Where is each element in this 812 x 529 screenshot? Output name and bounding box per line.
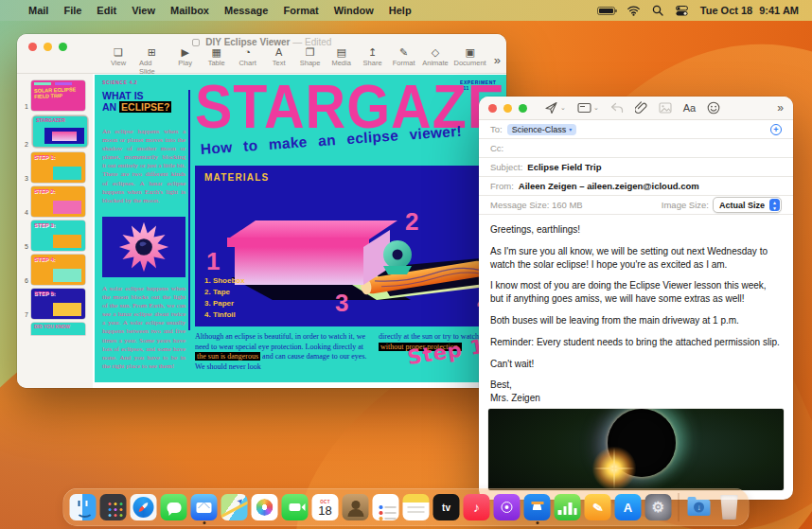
play-button[interactable]: ▶Play: [175, 46, 196, 67]
dock-app-store[interactable]: A: [615, 494, 642, 520]
thumb-illustration: [53, 303, 81, 316]
menu-view[interactable]: View: [132, 5, 155, 16]
dock-launchpad[interactable]: [100, 494, 127, 520]
menu-format[interactable]: Format: [283, 5, 318, 16]
launchpad-icon: [109, 503, 112, 505]
materials-box: MATERIALS: [195, 166, 506, 326]
document-icon: [192, 39, 200, 46]
emoji-button[interactable]: [707, 101, 720, 115]
add-recipient-button[interactable]: +: [770, 124, 782, 135]
sun-illustration: [102, 217, 185, 277]
animate-button[interactable]: ◇Animate: [425, 46, 447, 67]
share-button[interactable]: ↥Share: [362, 46, 383, 67]
photos-icon: [256, 499, 274, 516]
header-fields-button[interactable]: ⌄: [577, 102, 599, 114]
format-button[interactable]: Aa: [683, 102, 696, 114]
table-button[interactable]: ▦Table: [206, 46, 227, 67]
subject-field[interactable]: Subject: Eclipse Field Trip: [479, 158, 793, 177]
text-icon: A: [275, 46, 282, 58]
format-button[interactable]: ✎Format: [394, 46, 415, 67]
cc-field[interactable]: Cc:: [479, 139, 793, 158]
insert-photo-button[interactable]: [659, 102, 672, 114]
to-field[interactable]: To: Science-Class▾ +: [479, 120, 793, 139]
menu-clock[interactable]: Tue Oct 18 9:41 AM: [700, 5, 799, 16]
dock-trash[interactable]: [719, 495, 740, 520]
reminders-icon: [380, 505, 383, 509]
reply-button[interactable]: [610, 102, 624, 114]
dock-contacts[interactable]: [343, 494, 369, 520]
eclipse-photo-attachment[interactable]: [488, 409, 784, 490]
menu-message[interactable]: Message: [224, 5, 268, 16]
menu-help[interactable]: Help: [389, 5, 412, 16]
slide-stargazer[interactable]: SCIENCE 4.2 EXPERIMENT #11 WHAT IS AN EC…: [95, 75, 506, 382]
dock-podcasts[interactable]: [494, 494, 521, 520]
slide-thumbnail-8[interactable]: DID YOU KNOW: [31, 323, 85, 335]
app-store-icon: A: [624, 501, 632, 515]
menu-window[interactable]: Window: [334, 5, 374, 16]
battery-icon[interactable]: [597, 7, 615, 15]
thumb-illustration: [53, 235, 81, 248]
shape-button[interactable]: ❐Shape: [300, 46, 321, 67]
messages-icon: [167, 503, 181, 513]
image-size-select[interactable]: Actual Size ▲▼: [713, 197, 782, 213]
chevron-down-icon: ⌄: [560, 104, 566, 112]
dock-finder[interactable]: [70, 494, 97, 520]
slide-thumbnail-7[interactable]: STEP 5:: [31, 289, 85, 319]
document-sidebar-icon: ▣: [465, 46, 474, 58]
dock-music[interactable]: ♪: [464, 494, 490, 520]
text-button[interactable]: AText: [269, 46, 290, 67]
message-body[interactable]: Greetings, earthlings! As I'm sure you a…: [479, 215, 793, 409]
dock-downloads[interactable]: [686, 494, 713, 520]
slide-thumbnail-4[interactable]: STEP 2:: [31, 186, 85, 217]
slide-thumbnail-6[interactable]: STEP 4:: [31, 255, 85, 285]
toolbar-overflow-button[interactable]: »: [777, 101, 784, 115]
view-button[interactable]: ❏View: [108, 46, 129, 67]
media-button[interactable]: ▤Media: [331, 46, 352, 67]
heading-highlight: ECLIPSE?: [119, 101, 171, 113]
dock-mail[interactable]: [191, 494, 218, 520]
body-paragraph: Reminder: Every student needs to bring t…: [490, 336, 782, 349]
control-center-icon[interactable]: [676, 6, 688, 16]
play-icon: ▶: [181, 46, 188, 58]
menu-mailbox[interactable]: Mailbox: [170, 5, 209, 16]
keynote-toolbar: ❏View ⊞Add Slide ▶Play ▦Table ◔Chart ATe…: [108, 46, 501, 71]
minimize-button[interactable]: [503, 104, 512, 113]
animate-icon: ◇: [432, 46, 439, 58]
search-icon[interactable]: [652, 5, 663, 16]
dock-maps[interactable]: [221, 494, 248, 520]
slide-thumbnail-5[interactable]: STEP 3:: [31, 220, 85, 251]
mail-icon: [197, 503, 212, 513]
dock-notes[interactable]: [403, 494, 430, 520]
zoom-button[interactable]: [519, 104, 527, 113]
dock-pages[interactable]: ✎: [585, 494, 611, 520]
dock-numbers[interactable]: [555, 494, 581, 520]
recipient-token[interactable]: Science-Class▾: [507, 124, 577, 135]
from-field[interactable]: From: Aileen Zeigen – aileen.zeigen@iclo…: [479, 177, 793, 196]
menu-edit[interactable]: Edit: [97, 5, 116, 16]
menu-bar: Mail File Edit View Mailbox Message Form…: [0, 0, 812, 21]
dock-messages[interactable]: [161, 494, 187, 520]
toolbar-overflow-button[interactable]: »: [494, 51, 501, 67]
dock-photos[interactable]: [252, 494, 278, 520]
dock-system-settings[interactable]: ⚙: [645, 494, 672, 520]
dock-tv[interactable]: tv: [433, 494, 460, 520]
wifi-icon[interactable]: [627, 6, 640, 16]
slide-thumbnail-1[interactable]: SOLAR ECLIPSE FIELD TRIP: [31, 80, 85, 111]
chevron-down-icon: ⌄: [593, 104, 599, 112]
menu-app-name[interactable]: Mail: [28, 5, 48, 16]
close-button[interactable]: [488, 104, 497, 113]
dock-keynote[interactable]: [524, 494, 551, 520]
send-button[interactable]: ⌄: [544, 101, 566, 115]
slide-thumbnail-3[interactable]: STEP 1:: [31, 152, 85, 183]
menu-file[interactable]: File: [63, 5, 81, 16]
attach-icon[interactable]: [635, 101, 647, 115]
dock-reminders[interactable]: [373, 494, 399, 520]
add-slide-icon: ⊞: [148, 46, 156, 58]
dock-safari[interactable]: [131, 494, 157, 520]
dock-calendar[interactable]: OCT18: [312, 494, 339, 520]
dock-facetime[interactable]: [282, 494, 309, 520]
slide-thumbnail-2-selected[interactable]: STARGAZER: [33, 116, 87, 147]
add-slide-button[interactable]: ⊞Add Slide: [139, 46, 165, 76]
document-button[interactable]: ▣Document: [456, 46, 483, 67]
chart-button[interactable]: ◔Chart: [238, 46, 258, 67]
